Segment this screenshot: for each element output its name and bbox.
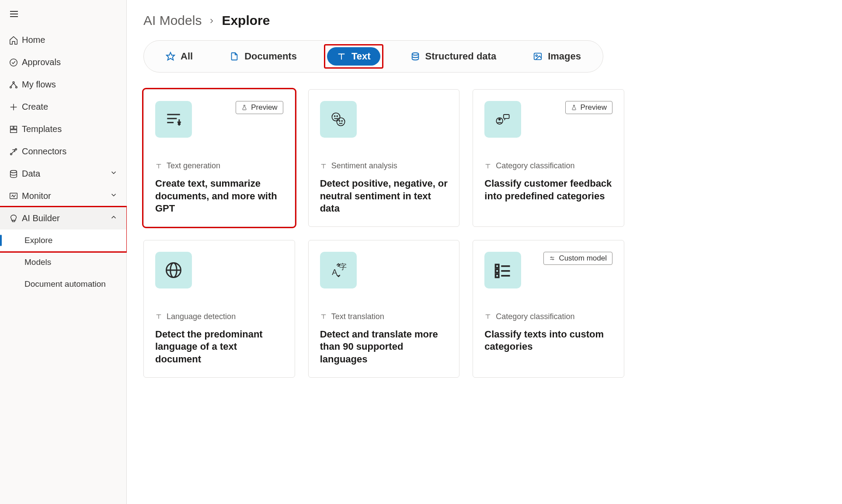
svg-rect-11: [10, 129, 17, 132]
sidebar-label: My flows: [22, 80, 118, 90]
flask-icon: [571, 104, 577, 111]
card-grid: Preview Text generation Create text, sum…: [143, 89, 624, 378]
sidebar-item-templates[interactable]: Templates: [0, 118, 126, 140]
svg-point-6: [16, 86, 17, 88]
card-title: Classify customer feedback into predefin…: [484, 177, 612, 202]
sidebar-item-approvals[interactable]: Approvals: [0, 51, 126, 73]
card-category: Text translation: [320, 312, 448, 321]
sidebar-item-myflows[interactable]: My flows: [0, 73, 126, 96]
filter-documents[interactable]: Documents: [220, 47, 306, 66]
sidebar-item-monitor[interactable]: Monitor: [0, 185, 126, 207]
sidebar-label: Home: [22, 35, 118, 45]
image-icon: [533, 52, 543, 61]
breadcrumb-current: Explore: [222, 13, 270, 28]
preview-badge: Preview: [565, 101, 612, 114]
card-text-generation[interactable]: Preview Text generation Create text, sum…: [143, 89, 295, 227]
card-category-classification[interactable]: Preview Category classification Classify…: [473, 89, 624, 227]
filter-label: Documents: [244, 51, 297, 62]
filter-images[interactable]: Images: [523, 47, 591, 66]
filter-label: Structured data: [425, 51, 497, 62]
category-icon: [484, 101, 521, 138]
chevron-up-icon: [110, 213, 118, 223]
connectors-icon: [9, 147, 22, 156]
card-category: Sentiment analysis: [320, 161, 448, 170]
hamburger-icon[interactable]: [0, 3, 126, 29]
breadcrumb: AI Models Explore: [143, 13, 825, 28]
text-icon: [155, 313, 162, 320]
database-icon: [411, 52, 420, 61]
sub-label: Explore: [24, 236, 118, 245]
myflows-icon: [9, 80, 22, 90]
filter-text[interactable]: Text: [327, 47, 380, 66]
svg-point-26: [334, 116, 335, 117]
globe-icon: [155, 252, 192, 288]
card-sentiment[interactable]: Sentiment analysis Detect positive, nega…: [308, 89, 460, 227]
filter-structured[interactable]: Structured data: [401, 47, 506, 66]
sidebar-label: Monitor: [22, 191, 110, 201]
breadcrumb-parent[interactable]: AI Models: [143, 13, 202, 28]
card-title: Classify texts into custom categories: [484, 328, 612, 353]
svg-point-47: [553, 259, 553, 260]
card-title: Create text, summarize documents, and mo…: [155, 177, 283, 215]
sidebar-item-create[interactable]: Create: [0, 96, 126, 118]
chevron-right-icon: [208, 13, 216, 28]
sidebar-item-data[interactable]: Data: [0, 163, 126, 185]
highlight-box-sidebar: AI Builder Explore: [0, 206, 128, 253]
svg-marker-17: [167, 52, 174, 60]
translate-icon: A字: [320, 252, 357, 288]
svg-point-18: [412, 53, 418, 56]
sidebar: Home Approvals My flows Create Templates…: [0, 0, 127, 504]
svg-text:字: 字: [339, 263, 346, 271]
filter-bar: All Documents Text Structured data Image…: [143, 40, 603, 73]
svg-point-13: [15, 148, 17, 150]
text-icon: [484, 163, 491, 170]
text-icon: [155, 163, 162, 170]
templates-icon: [9, 125, 22, 134]
sidebar-item-home[interactable]: Home: [0, 29, 126, 51]
text-gen-icon: [155, 101, 192, 138]
badge-label: Preview: [581, 103, 607, 112]
card-language-detection[interactable]: Language detection Detect the predominan…: [143, 240, 295, 378]
card-title: Detect the predominant language of a tex…: [155, 328, 283, 366]
text-icon: [320, 163, 327, 170]
list-icon: [484, 252, 521, 288]
database-icon: [9, 169, 22, 179]
filter-all[interactable]: All: [156, 47, 202, 66]
main-content: AI Models Explore All Documents Text Str…: [127, 0, 842, 504]
sidebar-label: Data: [22, 169, 110, 179]
card-text-translation[interactable]: A字 Text translation Detect and translate…: [308, 240, 460, 378]
card-title: Detect positive, negative, or neutral se…: [320, 177, 448, 215]
svg-point-12: [10, 153, 12, 155]
filter-label: Images: [548, 51, 581, 62]
svg-point-28: [339, 121, 340, 122]
flask-icon: [241, 104, 247, 111]
sliders-icon: [549, 255, 555, 261]
sidebar-sub-models[interactable]: Models: [0, 251, 126, 273]
svg-point-3: [10, 59, 17, 66]
sub-label: Models: [24, 257, 118, 267]
sentiment-icon: [320, 101, 357, 138]
svg-rect-32: [504, 115, 509, 118]
sidebar-label: AI Builder: [22, 213, 110, 223]
sub-label: Document automation: [24, 279, 118, 289]
text-icon: [484, 313, 491, 320]
svg-rect-10: [14, 126, 17, 129]
sidebar-sub-explore[interactable]: Explore: [0, 229, 126, 251]
sidebar-label: Connectors: [22, 146, 118, 156]
svg-rect-40: [496, 269, 499, 272]
svg-point-24: [332, 113, 340, 121]
svg-point-31: [499, 118, 501, 120]
card-category: Category classification: [484, 312, 612, 321]
preview-badge: Preview: [236, 101, 283, 114]
card-category: Text generation: [155, 161, 283, 170]
sidebar-label: Create: [22, 102, 118, 112]
sidebar-item-aibuilder[interactable]: AI Builder: [0, 207, 126, 229]
card-custom-classification[interactable]: Custom model Category classification Cla…: [473, 240, 624, 378]
sidebar-sub-docauto[interactable]: Document automation: [0, 273, 126, 295]
text-icon: [320, 313, 327, 320]
custom-model-badge: Custom model: [543, 252, 612, 265]
badge-label: Preview: [251, 103, 277, 112]
filter-label: All: [181, 51, 193, 62]
badge-label: Custom model: [559, 254, 607, 263]
sidebar-item-connectors[interactable]: Connectors: [0, 140, 126, 163]
